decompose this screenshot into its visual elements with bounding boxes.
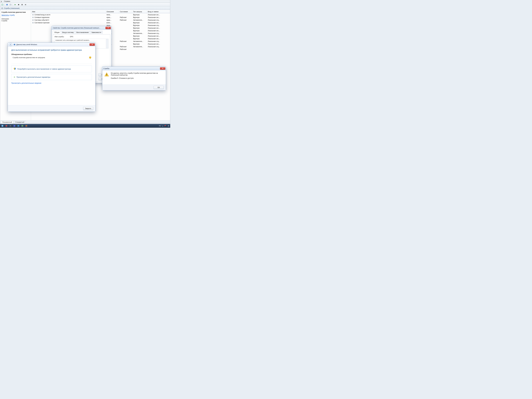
back-button-icon[interactable] (9, 43, 12, 46)
ok-button[interactable]: OK (154, 86, 164, 89)
properties-title: Свойства: Служба политики диагностики (Л… (53, 27, 106, 29)
service-state-cell: Работает (119, 17, 132, 18)
service-row[interactable]: Сетевой вход в систепечи...ВручнуюЛокаль… (31, 13, 170, 16)
taskbar-app-icon[interactable] (25, 125, 28, 127)
view-tabs: Расширенный Стандартный (0, 120, 170, 124)
taskbar[interactable]: RU ▴ 🚩 🖧 (0, 124, 170, 128)
column-headers[interactable]: Имя Описание Состояние Тип запуска Вход … (31, 10, 170, 13)
uac-shield-icon (13, 68, 16, 70)
taskbar-app-icon[interactable] (17, 125, 20, 127)
service-logon-cell: Локальная сис... (147, 35, 170, 37)
column-startup[interactable]: Тип запуска (132, 10, 147, 13)
toolbar-pause-icon[interactable] (21, 3, 24, 6)
service-startup-cell: Вручную (132, 22, 147, 24)
column-name[interactable]: Имя (31, 10, 106, 13)
service-startup-cell: Вручную (132, 43, 147, 45)
properties-titlebar[interactable]: Свойства: Служба политики диагностики (Л… (52, 26, 111, 30)
service-logon-cell: Локальная слу... (147, 40, 170, 42)
wizard-heading: Для выполнения остальных исправлений тре… (11, 49, 92, 51)
svg-point-14 (33, 17, 33, 18)
service-state-cell: Работает (119, 48, 132, 50)
close-icon[interactable]: ✕ (160, 67, 165, 70)
taskbar-app-icon[interactable] (21, 125, 24, 127)
wizard-title: Диагностика сетей Windows (16, 44, 89, 45)
tray-flag-icon[interactable]: 🚩 (165, 125, 166, 127)
tray-network-icon[interactable]: 🖧 (168, 125, 169, 127)
service-row[interactable]: Системное приложевлен...ВручнуюЛокальная… (31, 21, 170, 24)
tab-deps[interactable]: Зависимости (90, 31, 103, 34)
service-startup-cell: Автоматиче... (132, 32, 147, 34)
wizard-titlebar[interactable]: Диагностика сетей Windows ✕ (8, 43, 95, 46)
column-state[interactable]: Состояние (119, 10, 132, 13)
troubleshooter-icon (13, 44, 16, 46)
view-more-info-link[interactable]: Просмотреть дополнительные сведения (11, 82, 41, 84)
service-logon-cell: Локальная сис... (147, 43, 170, 45)
service-startup-cell: Автоматиче... (132, 46, 147, 48)
tab-extended[interactable]: Расширенный (1, 121, 13, 124)
service-state-cell: Работает (119, 19, 132, 21)
start-orb-icon[interactable] (1, 125, 4, 127)
toolbar-stop-icon[interactable] (17, 3, 20, 6)
taskbar-app-icon[interactable] (5, 125, 8, 127)
svg-rect-5 (18, 4, 19, 5)
option-repair-as-admin[interactable]: Попробуйте выполнить восстановление от и… (11, 66, 92, 72)
service-name-cell: Сетевой вход в систе (31, 14, 106, 16)
tray-chevron-up-icon[interactable]: ▴ (162, 125, 163, 127)
service-state-cell: Работает (119, 40, 132, 42)
svg-point-25 (6, 125, 7, 127)
svg-rect-22 (106, 74, 107, 75)
service-row[interactable]: Система событий Cержк...РаботаетАвтомати… (31, 19, 170, 21)
toolbar-help-icon[interactable]: ? (6, 3, 8, 6)
service-startup-cell: Автоматиче... (132, 19, 147, 21)
svg-point-27 (10, 125, 11, 126)
toolbar-export-icon[interactable] (1, 3, 4, 6)
tab-logon[interactable]: Вход в систему (61, 31, 75, 34)
menu-help[interactable]: Справка (4, 0, 10, 2)
error-message-box: Службы ✕ Не удалось запустить службу Слу… (102, 66, 166, 90)
msgbox-title: Службы (103, 68, 160, 70)
gear-icon (32, 14, 34, 16)
service-startup-cell: Вручную (132, 14, 147, 16)
option-view-more-params[interactable]: ➔ Просмотреть дополнительные параметры (11, 74, 92, 80)
input-language-indicator[interactable]: RU (159, 125, 161, 127)
column-logon[interactable]: Вход от имени (147, 10, 170, 13)
start-service-link[interactable]: Запустить (1, 14, 9, 16)
tab-standard[interactable]: Стандартный (14, 121, 26, 124)
service-name-cell: Система событий C (31, 19, 106, 21)
svg-rect-31 (26, 125, 27, 127)
svg-point-24 (1, 125, 3, 127)
service-logon-cell: Локальная сис... (147, 17, 170, 18)
tree-node-header[interactable]: Службы (локальные) (0, 6, 170, 10)
tab-recovery[interactable]: Восстановление (75, 31, 90, 34)
service-startup-cell: Вручную (132, 30, 147, 32)
option-view-more-params-label: Просмотреть дополнительные параметры (17, 76, 51, 78)
service-desc-cell: ержк... (106, 19, 119, 21)
toolbar-restart-icon[interactable] (24, 3, 27, 6)
msgbox-line1: Не удалось запустить службу Служба полит… (111, 72, 164, 76)
gear-icon (32, 17, 34, 18)
service-name-cell: Сетевые подключен (31, 17, 106, 18)
close-icon[interactable]: ✕ (106, 27, 111, 29)
column-desc[interactable]: Описание (106, 10, 119, 13)
menu-bar[interactable]: д Справка (0, 0, 170, 3)
taskbar-app-icon[interactable] (9, 125, 12, 127)
svg-point-12 (33, 15, 33, 15)
svg-text:?: ? (7, 4, 7, 5)
tab-general[interactable]: Общие (53, 31, 61, 34)
svg-rect-7 (22, 4, 23, 5)
toolbar-start-icon[interactable] (14, 3, 17, 6)
service-startup-cell: Вручную (132, 35, 147, 37)
close-button[interactable]: Закрыть (83, 107, 93, 110)
close-icon[interactable]: ✕ (89, 43, 95, 46)
svg-rect-3 (10, 4, 11, 5)
start-service-rest: службу (9, 14, 15, 16)
taskbar-app-icon[interactable] (13, 125, 16, 127)
service-row[interactable]: Сетевые подключенержк...РаботаетВручнуюЛ… (31, 16, 170, 19)
service-logon-cell: Локальная слу... (147, 46, 170, 48)
menu-view[interactable]: д (1, 0, 2, 2)
msgbox-line2: Ошибка 5: Отказано в доступе. (111, 77, 164, 79)
scrollbar[interactable] (106, 39, 108, 48)
msgbox-titlebar[interactable]: Службы ✕ (102, 67, 166, 70)
warning-triangle-icon (104, 72, 109, 77)
toolbar-properties-icon[interactable] (9, 3, 12, 6)
